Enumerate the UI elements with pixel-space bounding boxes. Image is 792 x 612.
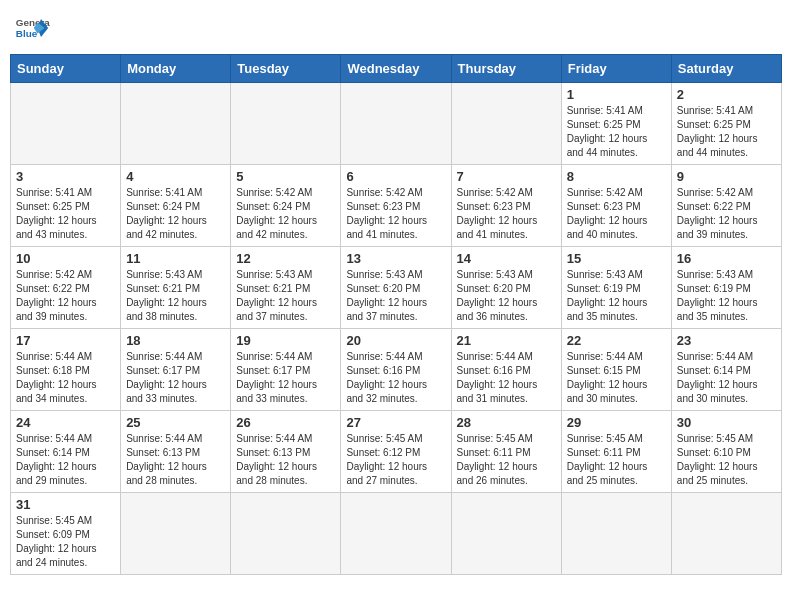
day-number: 18 (126, 333, 225, 348)
day-number: 29 (567, 415, 666, 430)
day-sun-info: Sunrise: 5:44 AMSunset: 6:16 PMDaylight:… (457, 350, 556, 406)
day-sun-info: Sunrise: 5:44 AMSunset: 6:13 PMDaylight:… (126, 432, 225, 488)
calendar-day-cell (671, 493, 781, 575)
day-sun-info: Sunrise: 5:42 AMSunset: 6:23 PMDaylight:… (346, 186, 445, 242)
calendar-day-cell (451, 83, 561, 165)
day-sun-info: Sunrise: 5:42 AMSunset: 6:23 PMDaylight:… (567, 186, 666, 242)
weekday-header-thursday: Thursday (451, 55, 561, 83)
calendar-day-cell: 4Sunrise: 5:41 AMSunset: 6:24 PMDaylight… (121, 165, 231, 247)
day-number: 16 (677, 251, 776, 266)
day-sun-info: Sunrise: 5:44 AMSunset: 6:15 PMDaylight:… (567, 350, 666, 406)
calendar-day-cell (231, 493, 341, 575)
day-number: 17 (16, 333, 115, 348)
day-number: 23 (677, 333, 776, 348)
calendar-day-cell (451, 493, 561, 575)
day-number: 3 (16, 169, 115, 184)
weekday-header-wednesday: Wednesday (341, 55, 451, 83)
calendar-day-cell: 3Sunrise: 5:41 AMSunset: 6:25 PMDaylight… (11, 165, 121, 247)
day-number: 5 (236, 169, 335, 184)
day-sun-info: Sunrise: 5:41 AMSunset: 6:25 PMDaylight:… (16, 186, 115, 242)
day-sun-info: Sunrise: 5:45 AMSunset: 6:11 PMDaylight:… (567, 432, 666, 488)
calendar-day-cell: 31Sunrise: 5:45 AMSunset: 6:09 PMDayligh… (11, 493, 121, 575)
calendar-day-cell (341, 83, 451, 165)
calendar-day-cell: 14Sunrise: 5:43 AMSunset: 6:20 PMDayligh… (451, 247, 561, 329)
day-number: 30 (677, 415, 776, 430)
calendar-day-cell (561, 493, 671, 575)
calendar-table: SundayMondayTuesdayWednesdayThursdayFrid… (10, 54, 782, 575)
day-number: 7 (457, 169, 556, 184)
day-sun-info: Sunrise: 5:45 AMSunset: 6:11 PMDaylight:… (457, 432, 556, 488)
day-number: 27 (346, 415, 445, 430)
calendar-day-cell: 11Sunrise: 5:43 AMSunset: 6:21 PMDayligh… (121, 247, 231, 329)
day-sun-info: Sunrise: 5:42 AMSunset: 6:22 PMDaylight:… (16, 268, 115, 324)
calendar-day-cell (11, 83, 121, 165)
calendar-day-cell (231, 83, 341, 165)
day-sun-info: Sunrise: 5:44 AMSunset: 6:14 PMDaylight:… (16, 432, 115, 488)
calendar-day-cell: 28Sunrise: 5:45 AMSunset: 6:11 PMDayligh… (451, 411, 561, 493)
calendar-day-cell (121, 83, 231, 165)
calendar-day-cell: 9Sunrise: 5:42 AMSunset: 6:22 PMDaylight… (671, 165, 781, 247)
calendar-day-cell: 19Sunrise: 5:44 AMSunset: 6:17 PMDayligh… (231, 329, 341, 411)
day-sun-info: Sunrise: 5:41 AMSunset: 6:25 PMDaylight:… (677, 104, 776, 160)
day-sun-info: Sunrise: 5:41 AMSunset: 6:24 PMDaylight:… (126, 186, 225, 242)
calendar-day-cell: 24Sunrise: 5:44 AMSunset: 6:14 PMDayligh… (11, 411, 121, 493)
calendar-week-row: 10Sunrise: 5:42 AMSunset: 6:22 PMDayligh… (11, 247, 782, 329)
day-sun-info: Sunrise: 5:44 AMSunset: 6:18 PMDaylight:… (16, 350, 115, 406)
calendar-week-row: 17Sunrise: 5:44 AMSunset: 6:18 PMDayligh… (11, 329, 782, 411)
day-number: 12 (236, 251, 335, 266)
day-number: 15 (567, 251, 666, 266)
weekday-header-saturday: Saturday (671, 55, 781, 83)
calendar-day-cell: 7Sunrise: 5:42 AMSunset: 6:23 PMDaylight… (451, 165, 561, 247)
day-number: 21 (457, 333, 556, 348)
day-number: 9 (677, 169, 776, 184)
calendar-week-row: 3Sunrise: 5:41 AMSunset: 6:25 PMDaylight… (11, 165, 782, 247)
calendar-day-cell: 26Sunrise: 5:44 AMSunset: 6:13 PMDayligh… (231, 411, 341, 493)
calendar-header-row: SundayMondayTuesdayWednesdayThursdayFrid… (11, 55, 782, 83)
day-number: 25 (126, 415, 225, 430)
day-sun-info: Sunrise: 5:44 AMSunset: 6:16 PMDaylight:… (346, 350, 445, 406)
calendar-day-cell: 8Sunrise: 5:42 AMSunset: 6:23 PMDaylight… (561, 165, 671, 247)
calendar-week-row: 24Sunrise: 5:44 AMSunset: 6:14 PMDayligh… (11, 411, 782, 493)
calendar-day-cell: 25Sunrise: 5:44 AMSunset: 6:13 PMDayligh… (121, 411, 231, 493)
calendar-day-cell: 16Sunrise: 5:43 AMSunset: 6:19 PMDayligh… (671, 247, 781, 329)
calendar-day-cell: 29Sunrise: 5:45 AMSunset: 6:11 PMDayligh… (561, 411, 671, 493)
day-sun-info: Sunrise: 5:43 AMSunset: 6:20 PMDaylight:… (457, 268, 556, 324)
day-number: 8 (567, 169, 666, 184)
calendar-day-cell: 1Sunrise: 5:41 AMSunset: 6:25 PMDaylight… (561, 83, 671, 165)
day-number: 24 (16, 415, 115, 430)
day-number: 28 (457, 415, 556, 430)
weekday-header-tuesday: Tuesday (231, 55, 341, 83)
day-sun-info: Sunrise: 5:44 AMSunset: 6:17 PMDaylight:… (236, 350, 335, 406)
day-sun-info: Sunrise: 5:43 AMSunset: 6:21 PMDaylight:… (236, 268, 335, 324)
weekday-header-monday: Monday (121, 55, 231, 83)
calendar-day-cell: 12Sunrise: 5:43 AMSunset: 6:21 PMDayligh… (231, 247, 341, 329)
day-sun-info: Sunrise: 5:43 AMSunset: 6:19 PMDaylight:… (567, 268, 666, 324)
calendar-week-row: 1Sunrise: 5:41 AMSunset: 6:25 PMDaylight… (11, 83, 782, 165)
day-number: 26 (236, 415, 335, 430)
calendar-day-cell: 13Sunrise: 5:43 AMSunset: 6:20 PMDayligh… (341, 247, 451, 329)
calendar-day-cell: 20Sunrise: 5:44 AMSunset: 6:16 PMDayligh… (341, 329, 451, 411)
calendar-day-cell: 27Sunrise: 5:45 AMSunset: 6:12 PMDayligh… (341, 411, 451, 493)
day-sun-info: Sunrise: 5:42 AMSunset: 6:24 PMDaylight:… (236, 186, 335, 242)
logo: General Blue (14, 10, 50, 46)
calendar-day-cell: 23Sunrise: 5:44 AMSunset: 6:14 PMDayligh… (671, 329, 781, 411)
day-number: 22 (567, 333, 666, 348)
calendar-day-cell (121, 493, 231, 575)
day-sun-info: Sunrise: 5:42 AMSunset: 6:23 PMDaylight:… (457, 186, 556, 242)
calendar-day-cell: 30Sunrise: 5:45 AMSunset: 6:10 PMDayligh… (671, 411, 781, 493)
day-number: 31 (16, 497, 115, 512)
svg-text:Blue: Blue (16, 28, 38, 39)
day-number: 4 (126, 169, 225, 184)
weekday-header-friday: Friday (561, 55, 671, 83)
day-number: 6 (346, 169, 445, 184)
day-number: 10 (16, 251, 115, 266)
header: General Blue (10, 10, 782, 46)
general-blue-icon: General Blue (14, 10, 50, 46)
day-sun-info: Sunrise: 5:45 AMSunset: 6:12 PMDaylight:… (346, 432, 445, 488)
day-number: 13 (346, 251, 445, 266)
day-number: 11 (126, 251, 225, 266)
day-sun-info: Sunrise: 5:45 AMSunset: 6:09 PMDaylight:… (16, 514, 115, 570)
day-sun-info: Sunrise: 5:41 AMSunset: 6:25 PMDaylight:… (567, 104, 666, 160)
calendar-day-cell: 18Sunrise: 5:44 AMSunset: 6:17 PMDayligh… (121, 329, 231, 411)
calendar-day-cell: 17Sunrise: 5:44 AMSunset: 6:18 PMDayligh… (11, 329, 121, 411)
